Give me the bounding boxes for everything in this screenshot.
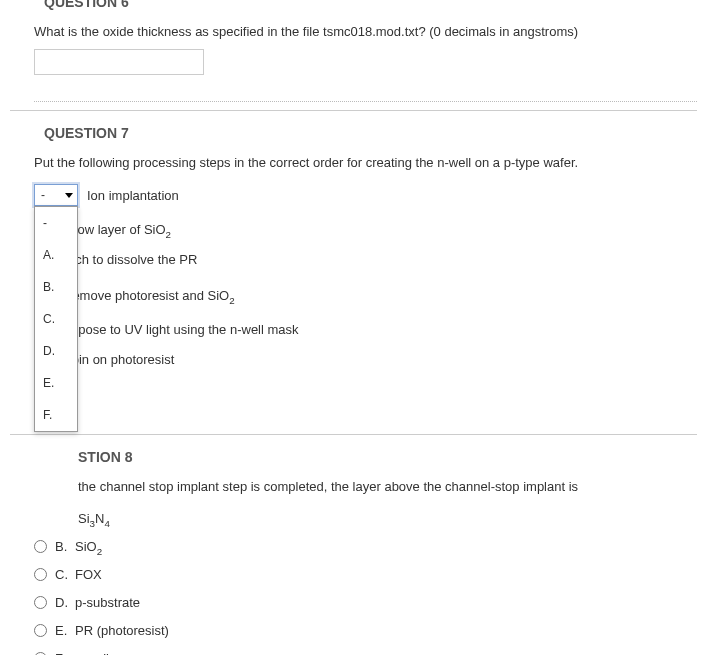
step-etch-pr: Etch to dissolve the PR [63,252,197,267]
question8-prompt-partial: the channel stop implant step is complet… [78,479,697,494]
step-uv-expose: Expose to UV light using the n-well mask [63,322,299,337]
dropdown-option-c[interactable]: C. [35,303,77,335]
chevron-down-icon [65,193,73,198]
choice-b-radio[interactable] [34,540,47,553]
choice-c-text: FOX [75,567,102,582]
dropdown-option-d[interactable]: D. [35,335,77,367]
choice-f-radio[interactable] [34,652,47,656]
order-select-1[interactable]: - [34,184,78,206]
step-grow-sio2: Grow layer of SiO2 [63,222,171,237]
choice-d-letter: D. [55,595,71,610]
question6-answer-input[interactable] [34,49,204,75]
question7-title: QUESTION 7 [44,125,697,141]
question6-title: QUESTION 6 [44,0,697,10]
step-remove-pr-sio2: Remove photoresist and SiO2 [63,288,235,303]
dropdown-option-f[interactable]: F. [35,399,77,431]
choice-a-text: Si3N4 [78,511,110,526]
question8-title-partial: STION 8 [78,449,697,465]
choice-c-letter: C. [55,567,71,582]
choice-d-radio[interactable] [34,596,47,609]
dropdown-option-b[interactable]: B. [35,271,77,303]
choice-f-text: n-well [75,651,109,656]
order-select-dropdown: - A. B. C. D. E. F. [34,206,78,432]
choice-c-radio[interactable] [34,568,47,581]
question7-prompt: Put the following processing steps in th… [34,155,697,170]
choice-e-radio[interactable] [34,624,47,637]
order-select-1-value: - [41,188,45,202]
step-spin-pr: Spin on photoresist [63,352,174,367]
separator [34,101,697,102]
dropdown-option-blank[interactable]: - [35,207,77,239]
dropdown-option-e[interactable]: E. [35,367,77,399]
choice-b-letter: B. [55,539,71,554]
choice-f-letter: F. [55,651,71,656]
choice-e-text: PR (photoresist) [75,623,169,638]
choice-e-letter: E. [55,623,71,638]
question6-prompt: What is the oxide thickness as specified… [34,24,697,39]
dropdown-option-a[interactable]: A. [35,239,77,271]
choice-b-text: SiO2 [75,539,102,554]
choice-d-text: p-substrate [75,595,140,610]
step-ion-implantation: Ion implantation [87,188,179,203]
